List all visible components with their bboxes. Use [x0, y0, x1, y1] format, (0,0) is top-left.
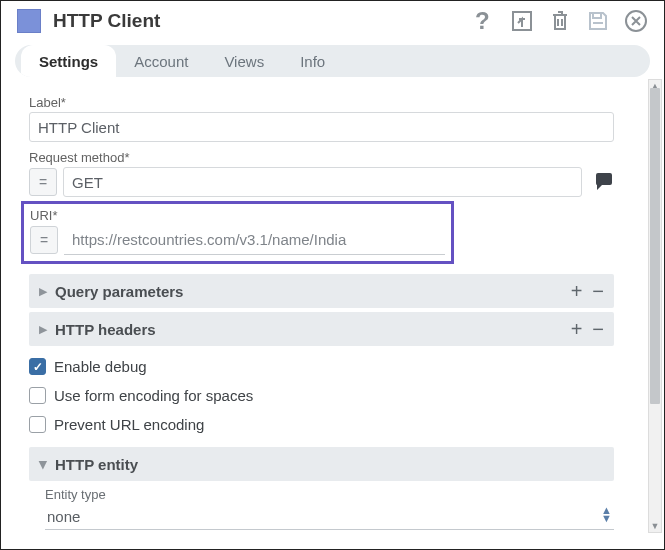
tabs: Settings Account Views Info: [1, 45, 664, 77]
prevent-url-label: Prevent URL encoding: [54, 416, 204, 433]
select-arrows-icon: ▲▼: [601, 506, 612, 522]
tab-info[interactable]: Info: [282, 45, 343, 77]
request-method-input[interactable]: [63, 167, 582, 197]
trash-icon[interactable]: [548, 9, 572, 33]
request-method-expr-button[interactable]: =: [29, 168, 57, 196]
tab-settings[interactable]: Settings: [21, 45, 116, 77]
http-headers-section[interactable]: ▶ HTTP headers + −: [29, 312, 614, 346]
add-query-param-button[interactable]: +: [571, 281, 583, 301]
enable-debug-row[interactable]: ✓ Enable debug: [29, 358, 614, 375]
label-input[interactable]: [29, 112, 614, 142]
prevent-url-checkbox[interactable]: [29, 416, 46, 433]
uri-expr-button[interactable]: =: [30, 226, 58, 254]
prevent-url-row[interactable]: Prevent URL encoding: [29, 416, 614, 433]
http-headers-title: HTTP headers: [55, 321, 571, 338]
scroll-thumb[interactable]: [650, 88, 660, 404]
entity-type-select[interactable]: none ▲▼: [45, 504, 614, 530]
enable-debug-checkbox[interactable]: ✓: [29, 358, 46, 375]
close-icon[interactable]: [624, 9, 648, 33]
chevron-down-icon: ▶: [37, 460, 50, 468]
entity-type-field: Entity type none ▲▼: [29, 481, 614, 530]
save-icon[interactable]: [586, 9, 610, 33]
entity-type-value: none: [47, 508, 80, 525]
query-parameters-title: Query parameters: [55, 283, 571, 300]
form-encoding-checkbox[interactable]: [29, 387, 46, 404]
form-encoding-label: Use form encoding for spaces: [54, 387, 253, 404]
uri-highlight: URI* =: [21, 201, 454, 264]
header-actions: ?: [472, 9, 648, 33]
entity-type-label: Entity type: [45, 487, 614, 502]
help-icon[interactable]: ?: [472, 9, 496, 33]
header: HTTP Client ?: [1, 1, 664, 37]
query-parameters-section[interactable]: ▶ Query parameters + −: [29, 274, 614, 308]
remove-header-button[interactable]: −: [592, 319, 604, 339]
request-method-label: Request method*: [29, 150, 614, 165]
tab-views[interactable]: Views: [206, 45, 282, 77]
app-icon: [17, 9, 41, 33]
form-encoding-row[interactable]: Use form encoding for spaces: [29, 387, 614, 404]
enable-debug-label: Enable debug: [54, 358, 147, 375]
chevron-right-icon: ▶: [39, 323, 47, 336]
add-header-button[interactable]: +: [571, 319, 583, 339]
export-icon[interactable]: [510, 9, 534, 33]
label-field-label: Label*: [29, 95, 614, 110]
uri-label: URI*: [30, 208, 445, 223]
uri-input[interactable]: [64, 225, 445, 255]
tab-account[interactable]: Account: [116, 45, 206, 77]
scroll-down-icon[interactable]: ▼: [649, 520, 661, 532]
comment-icon[interactable]: [594, 173, 614, 191]
http-entity-section[interactable]: ▶ HTTP entity: [29, 447, 614, 481]
svg-text:?: ?: [475, 9, 490, 33]
remove-query-param-button[interactable]: −: [592, 281, 604, 301]
scrollbar[interactable]: ▲ ▼: [648, 79, 662, 533]
content: Label* Request method* = URI* = ▶ Query …: [1, 77, 664, 535]
http-entity-title: HTTP entity: [55, 456, 604, 473]
chevron-right-icon: ▶: [39, 285, 47, 298]
header-title: HTTP Client: [53, 10, 472, 32]
